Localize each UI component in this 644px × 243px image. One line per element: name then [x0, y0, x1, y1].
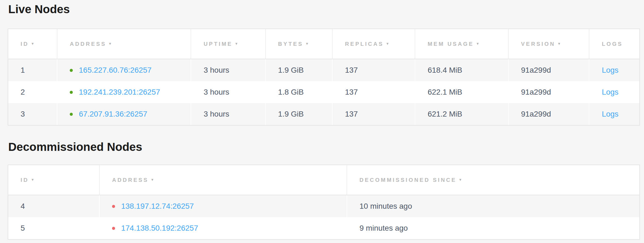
logs-link[interactable]: Logs	[602, 88, 618, 96]
node-uptime-cell: 3 hours	[191, 59, 266, 81]
live-status-dot-icon	[70, 91, 73, 94]
column-label: ID	[21, 41, 29, 47]
header-row: ID▾ ADDRESS▾ DECOMMISSIONED SINCE▾	[8, 165, 639, 195]
node-id-cell: 3	[8, 103, 57, 125]
node-mem-usage-cell: 621.2 MiB	[415, 103, 509, 125]
live-nodes-title: Live Nodes	[8, 3, 640, 15]
column-label: ID	[21, 177, 29, 183]
header-row: ID▾ ADDRESS▾ UPTIME▾ BYTES▾ REPLICAS▾ ME…	[8, 29, 639, 59]
decommissioned-nodes-table: ID▾ ADDRESS▾ DECOMMISSIONED SINCE▾ 4 138…	[8, 165, 640, 240]
node-logs-cell: Logs	[589, 103, 639, 125]
node-version-cell: 91a299d	[509, 81, 589, 103]
node-id-cell: 1	[8, 59, 57, 81]
node-replicas-cell: 137	[333, 59, 415, 81]
node-address-link[interactable]: 138.197.12.74:26257	[121, 202, 194, 210]
sort-arrow-icon: ▾	[109, 41, 111, 46]
table-row: 1 165.227.60.76:26257 3 hours 1.9 GiB 13…	[8, 59, 639, 81]
decommissioned-nodes-header: ID▾ ADDRESS▾ DECOMMISSIONED SINCE▾	[8, 165, 639, 195]
decommissioned-nodes-title: Decommissioned Nodes	[8, 141, 640, 153]
column-header-id[interactable]: ID▾	[8, 165, 100, 195]
column-label: LOGS	[602, 41, 623, 47]
live-nodes-body: 1 165.227.60.76:26257 3 hours 1.9 GiB 13…	[8, 59, 639, 125]
node-address-cell: 67.207.91.36:26257	[57, 103, 191, 125]
live-status-dot-icon	[70, 113, 73, 116]
column-label: DECOMMISSIONED SINCE	[359, 177, 456, 183]
decommissioned-status-dot-icon	[112, 227, 115, 230]
sort-arrow-icon: ▾	[235, 41, 238, 46]
column-label: BYTES	[278, 41, 303, 47]
node-mem-usage-cell: 618.4 MiB	[415, 59, 509, 81]
node-uptime-cell: 3 hours	[191, 81, 266, 103]
column-header-address[interactable]: ADDRESS▾	[57, 29, 191, 59]
column-header-bytes[interactable]: BYTES▾	[266, 29, 333, 59]
sort-arrow-icon: ▾	[558, 41, 560, 46]
logs-link[interactable]: Logs	[602, 110, 618, 118]
nodes-page: Live Nodes ID▾ ADDRESS▾ UPTIME▾ BYTES▾ R…	[0, 0, 644, 240]
column-label: VERSION	[521, 41, 555, 47]
column-label: MEM USAGE	[428, 41, 474, 47]
column-label: ADDRESS	[112, 177, 149, 183]
sort-arrow-icon: ▾	[32, 177, 34, 182]
sort-arrow-icon: ▾	[386, 41, 389, 46]
logs-link[interactable]: Logs	[602, 66, 618, 74]
table-row: 5 174.138.50.192:26257 9 minutes ago	[8, 217, 639, 239]
sort-arrow-icon: ▾	[32, 41, 34, 46]
node-address-link[interactable]: 165.227.60.76:26257	[79, 66, 152, 74]
node-address-cell: 174.138.50.192:26257	[100, 217, 347, 239]
column-header-decommissioned-since[interactable]: DECOMMISSIONED SINCE▾	[347, 165, 639, 195]
node-id-cell: 2	[8, 81, 57, 103]
column-label: ADDRESS	[70, 41, 106, 47]
node-replicas-cell: 137	[333, 103, 415, 125]
column-header-logs: LOGS	[589, 29, 639, 59]
node-bytes-cell: 1.9 GiB	[266, 59, 333, 81]
column-header-version[interactable]: VERSION▾	[509, 29, 589, 59]
table-row: 3 67.207.91.36:26257 3 hours 1.9 GiB 137…	[8, 103, 639, 125]
sort-arrow-icon: ▾	[151, 177, 154, 182]
decommissioned-status-dot-icon	[112, 205, 115, 208]
node-replicas-cell: 137	[333, 81, 415, 103]
node-bytes-cell: 1.8 GiB	[266, 81, 333, 103]
table-row: 4 138.197.12.74:26257 10 minutes ago	[8, 195, 639, 217]
node-since-cell: 10 minutes ago	[347, 195, 639, 217]
node-address-link[interactable]: 192.241.239.201:26257	[79, 88, 160, 96]
node-mem-usage-cell: 622.1 MiB	[415, 81, 509, 103]
column-header-id[interactable]: ID▾	[8, 29, 57, 59]
decommissioned-nodes-body: 4 138.197.12.74:26257 10 minutes ago 5 1…	[8, 195, 639, 239]
node-version-cell: 91a299d	[509, 59, 589, 81]
node-logs-cell: Logs	[589, 81, 639, 103]
live-nodes-table: ID▾ ADDRESS▾ UPTIME▾ BYTES▾ REPLICAS▾ ME…	[8, 29, 640, 126]
node-address-cell: 192.241.239.201:26257	[57, 81, 191, 103]
column-header-address[interactable]: ADDRESS▾	[100, 165, 347, 195]
table-row: 2 192.241.239.201:26257 3 hours 1.8 GiB …	[8, 81, 639, 103]
sort-arrow-icon: ▾	[306, 41, 308, 46]
column-header-mem-usage[interactable]: MEM USAGE▾	[415, 29, 509, 59]
node-since-cell: 9 minutes ago	[347, 217, 639, 239]
column-label: UPTIME	[203, 41, 233, 47]
node-version-cell: 91a299d	[509, 103, 589, 125]
node-bytes-cell: 1.9 GiB	[266, 103, 333, 125]
sort-arrow-icon: ▾	[459, 177, 461, 182]
column-header-replicas[interactable]: REPLICAS▾	[333, 29, 415, 59]
sort-arrow-icon: ▾	[477, 41, 479, 46]
node-address-link[interactable]: 67.207.91.36:26257	[79, 110, 147, 118]
node-id-cell: 5	[8, 217, 100, 239]
node-id-cell: 4	[8, 195, 100, 217]
node-address-link[interactable]: 174.138.50.192:26257	[121, 224, 198, 232]
node-logs-cell: Logs	[589, 59, 639, 81]
node-address-cell: 165.227.60.76:26257	[57, 59, 191, 81]
live-nodes-header: ID▾ ADDRESS▾ UPTIME▾ BYTES▾ REPLICAS▾ ME…	[8, 29, 639, 59]
column-header-uptime[interactable]: UPTIME▾	[191, 29, 266, 59]
node-uptime-cell: 3 hours	[191, 103, 266, 125]
column-label: REPLICAS	[345, 41, 384, 47]
node-address-cell: 138.197.12.74:26257	[100, 195, 347, 217]
live-status-dot-icon	[70, 69, 73, 72]
